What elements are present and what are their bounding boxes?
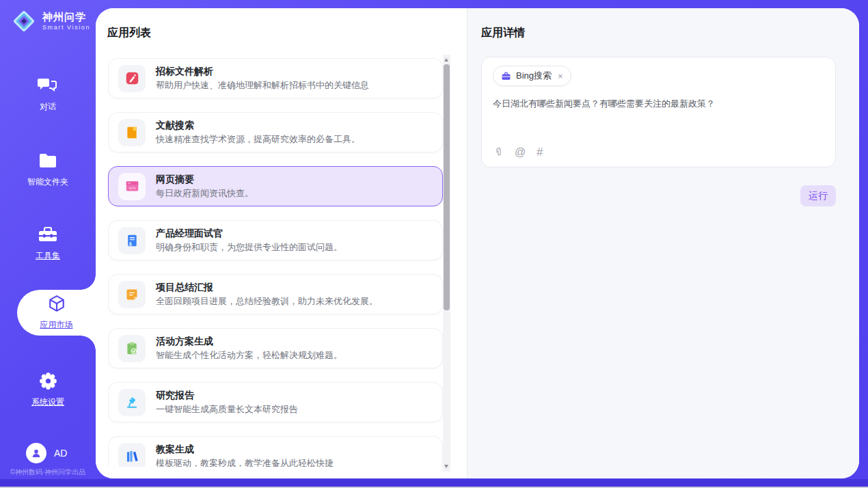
sidebar: 神州问学 Smart Vision 对话 智能文件夹 bbox=[0, 0, 96, 488]
sidebar-item-smart-folder[interactable]: 智能文件夹 bbox=[0, 151, 96, 188]
app-title: 产品经理面试官 bbox=[156, 228, 342, 238]
paperclip-icon[interactable] bbox=[493, 146, 504, 158]
microscope-icon bbox=[118, 389, 146, 416]
app-card-literature-search[interactable]: 文献搜索 快速精准查找学术资源，提高研究效率的必备工具。 bbox=[108, 112, 443, 152]
list-scrollbar[interactable] bbox=[443, 55, 450, 472]
sidebar-item-chat[interactable]: 对话 bbox=[0, 76, 96, 113]
scroll-down-icon[interactable] bbox=[444, 465, 448, 468]
app-desc: 帮助用户快速、准确地理解和解析招标书中的关键信息 bbox=[156, 81, 369, 91]
app-list-title: 应用列表 bbox=[107, 26, 151, 40]
folder-icon bbox=[0, 151, 96, 170]
hashtag-icon[interactable]: # bbox=[537, 147, 543, 158]
sidebar-footer: ©神州数码·神州问学出品 bbox=[0, 467, 96, 477]
app-desc: 模板驱动，教案秒成，教学准备从此轻松快捷 bbox=[156, 459, 334, 467]
browser-icon: </> bbox=[118, 173, 146, 200]
user-name: AD bbox=[54, 448, 67, 459]
app-detail-panel: 应用详情 Bing搜索 × 今日湖北有哪些新闻要点？有哪些需要关注的最新政策？ bbox=[467, 8, 859, 478]
sidebar-item-toolset[interactable]: 工具集 bbox=[0, 225, 96, 262]
prompt-composer: Bing搜索 × 今日湖北有哪些新闻要点？有哪些需要关注的最新政策？ @ # bbox=[481, 57, 836, 167]
tool-tag-bing-search[interactable]: Bing搜索 × bbox=[493, 66, 571, 86]
app-title: 活动方案生成 bbox=[156, 336, 342, 346]
app-card-event-plan[interactable]: 活动方案生成 智能生成个性化活动方案，轻松解决规划难题。 bbox=[108, 328, 443, 368]
app-desc: 快速精准查找学术资源，提高研究效率的必备工具。 bbox=[156, 135, 360, 145]
scroll-up-icon[interactable] bbox=[444, 58, 448, 62]
sidebar-item-app-market[interactable]: 应用市场 bbox=[17, 290, 96, 336]
app-list-panel: 应用列表 招标文件解析 帮助用户快速、准确地理解和解析招标书中的关键信息 bbox=[96, 8, 467, 478]
diamond-logo-icon bbox=[11, 8, 37, 34]
bottom-bar bbox=[0, 479, 868, 488]
app-title: 网页摘要 bbox=[156, 174, 254, 184]
app-card-research-report[interactable]: 研究报告 一键智能生成高质量长文本研究报告 bbox=[108, 382, 443, 422]
resume-icon bbox=[118, 227, 146, 254]
toolbox-icon bbox=[0, 225, 96, 244]
app-card-web-summary[interactable]: </> 网页摘要 每日政府新闻资讯快查。 bbox=[108, 166, 443, 206]
brand-logo[interactable]: 神州问学 Smart Vision bbox=[11, 8, 90, 34]
gear-icon bbox=[0, 371, 96, 390]
app-card-lesson-plan[interactable]: 教案生成 模板驱动，教案秒成，教学准备从此轻松快捷 bbox=[108, 436, 443, 467]
app-desc: 智能生成个性化活动方案，轻松解决规划难题。 bbox=[156, 351, 342, 361]
book-icon bbox=[118, 119, 146, 146]
brand-tagline: Smart Vision bbox=[42, 24, 90, 31]
app-card-project-summary[interactable]: 项目总结汇报 全面回顾项目进展，总结经验教训，助力未来优化发展。 bbox=[108, 274, 443, 314]
svg-text:</>: </> bbox=[128, 186, 136, 190]
sidebar-item-settings[interactable]: 系统设置 bbox=[0, 371, 96, 408]
composer-toolbar: @ # bbox=[493, 146, 543, 158]
sidebar-item-label: 应用市场 bbox=[40, 319, 73, 331]
person-icon bbox=[31, 448, 42, 459]
prompt-input[interactable]: 今日湖北有哪些新闻要点？有哪些需要关注的最新政策？ bbox=[493, 98, 824, 110]
main-content: 应用列表 招标文件解析 帮助用户快速、准确地理解和解析招标书中的关键信息 bbox=[96, 8, 859, 478]
sidebar-item-label: 工具集 bbox=[0, 250, 96, 262]
app-desc: 每日政府新闻资讯快查。 bbox=[156, 189, 254, 199]
brand-text: 神州问学 Smart Vision bbox=[42, 12, 90, 31]
app-title: 招标文件解析 bbox=[156, 66, 369, 76]
app-title: 项目总结汇报 bbox=[156, 282, 378, 292]
app-title: 研究报告 bbox=[156, 390, 298, 400]
app-desc: 全面回顾项目进展，总结经验教训，助力未来优化发展。 bbox=[156, 297, 378, 307]
app-title: 教案生成 bbox=[156, 444, 334, 454]
mention-icon[interactable]: @ bbox=[515, 147, 526, 158]
cube-icon bbox=[48, 295, 66, 315]
app-card-list: 招标文件解析 帮助用户快速、准确地理解和解析招标书中的关键信息 文献搜索 快速精… bbox=[108, 58, 444, 467]
sidebar-item-label: 对话 bbox=[0, 101, 96, 113]
note-icon bbox=[118, 281, 146, 308]
chat-icon bbox=[0, 76, 96, 95]
close-icon[interactable]: × bbox=[558, 71, 563, 81]
app-desc: 一键智能生成高质量长文本研究报告 bbox=[156, 405, 298, 415]
user-account[interactable]: AD bbox=[26, 443, 67, 463]
scrollbar-thumb[interactable] bbox=[444, 64, 450, 310]
clipboard-check-icon bbox=[118, 335, 146, 362]
app-desc: 明确身份和职责，为您提供专业性的面试问题。 bbox=[156, 243, 342, 253]
brand-name: 神州问学 bbox=[42, 12, 90, 23]
briefcase-icon bbox=[501, 71, 511, 81]
sidebar-item-label: 智能文件夹 bbox=[0, 176, 96, 188]
app-card-pm-interviewer[interactable]: 产品经理面试官 明确身份和职责，为您提供专业性的面试问题。 bbox=[108, 220, 443, 260]
sidebar-item-label: 系统设置 bbox=[0, 396, 96, 408]
app-detail-title: 应用详情 bbox=[481, 26, 525, 40]
app-title: 文献搜索 bbox=[156, 120, 360, 130]
tool-tag-label: Bing搜索 bbox=[516, 70, 552, 82]
app-card-bid-parsing[interactable]: 招标文件解析 帮助用户快速、准确地理解和解析招标书中的关键信息 bbox=[108, 58, 443, 98]
app-window: 神州问学 Smart Vision 对话 智能文件夹 bbox=[0, 0, 868, 488]
avatar bbox=[26, 443, 46, 463]
pen-icon bbox=[118, 65, 146, 92]
books-icon bbox=[118, 443, 146, 467]
run-button[interactable]: 运行 bbox=[800, 185, 836, 206]
